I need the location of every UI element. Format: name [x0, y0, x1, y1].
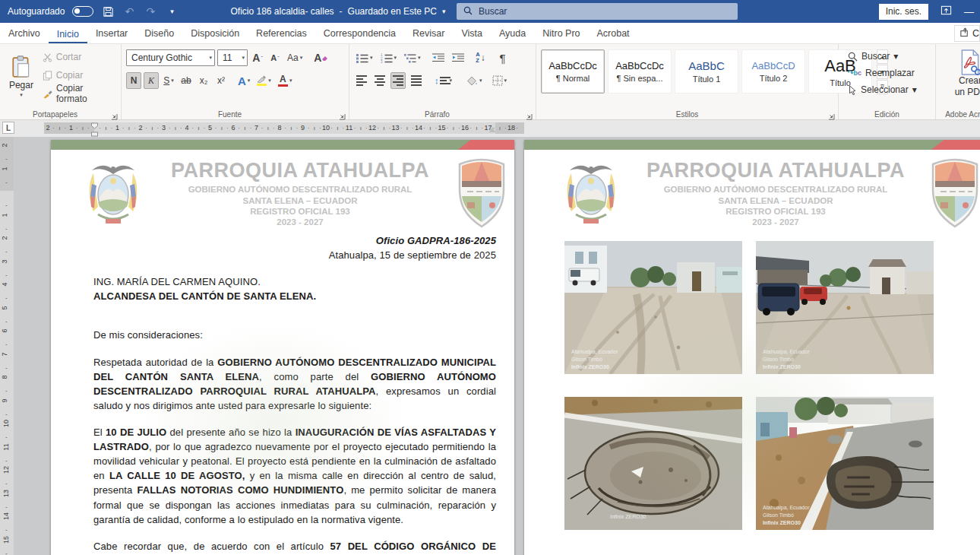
page1-body[interactable]: Oficio GADPRA-186-2025Atahualpa, 15 de s… [93, 233, 496, 555]
bullets-button[interactable]: ▾ [354, 49, 375, 66]
clear-formatting-button[interactable]: A [311, 49, 330, 66]
strikethrough-button[interactable]: ab [179, 72, 194, 89]
font-color-button[interactable]: A▾ [276, 72, 295, 89]
increase-indent-button[interactable] [450, 49, 466, 66]
underline-button[interactable]: S▾ [161, 72, 176, 89]
ruler-mark: ı [82, 123, 84, 133]
photo-street-truck: Atahualpa, Ecuador Gilson Timbó Infinix … [564, 241, 742, 374]
ruler-mark: ı [476, 123, 477, 133]
style-card-título-1[interactable]: AaBbCTítulo 1 [675, 49, 738, 94]
ribbon-tab-vista[interactable]: Vista [453, 24, 491, 43]
styles-dialog-launcher[interactable] [828, 109, 836, 117]
line-spacing-button[interactable]: ↕▾ [432, 72, 454, 89]
grow-font-button[interactable]: Aˆ [250, 49, 265, 66]
bold-button[interactable]: N [126, 72, 141, 89]
subscript-button[interactable]: x₂ [196, 72, 211, 89]
paragraph-group: ▾ 123▾ ▾ AZ↓ ¶ ↕▾ [349, 44, 536, 119]
ribbon-tab-acrobat[interactable]: Acrobat [589, 24, 638, 43]
decrease-indent-button[interactable] [430, 49, 447, 66]
ribbon-tab-nitro-pro[interactable]: Nitro Pro [534, 24, 588, 43]
parish-crest [457, 158, 507, 228]
parish-crest [930, 158, 980, 228]
document-canvas[interactable]: 2‐1‐‐1‐2‐3‐4‐5‐6‐7‐8‐9‐10‐11‐12‐13‐14‐15… [0, 137, 980, 555]
format-painter-button[interactable]: Copiar formato [40, 84, 116, 103]
find-button[interactable]: Buscar▾ [848, 48, 931, 65]
change-case-button[interactable]: Aa▾ [285, 49, 305, 66]
ruler-mark: ı [105, 123, 106, 133]
ribbon-tab-disposición[interactable]: Disposición [182, 24, 248, 43]
ribbon-tab-inicio[interactable]: Inicio [49, 25, 87, 44]
search-box[interactable]: Buscar [457, 3, 738, 20]
paste-button[interactable]: Pegar ▾ [5, 48, 38, 106]
redo-icon[interactable]: ↷ [144, 4, 157, 19]
paragraph: El 10 DE JULIO del presente año se hizo … [93, 425, 496, 527]
ribbon-tab-referencias[interactable]: Referencias [248, 24, 315, 43]
sort-button[interactable]: AZ↓ [473, 49, 488, 66]
create-pdf-button[interactable]: Crear un PDF [940, 48, 980, 100]
share-button[interactable]: Compartir [954, 25, 980, 42]
qat-customize-icon[interactable]: ▾ [165, 4, 179, 19]
paragraph: De mis consideraciones: [93, 328, 496, 342]
ribbon-display-options-icon[interactable] [940, 5, 952, 18]
paste-dropdown-icon[interactable]: ▾ [20, 92, 23, 98]
font-name-combo[interactable]: Century Gothic▾ [126, 49, 215, 66]
svg-text:Gilson Timbó: Gilson Timbó [763, 512, 794, 518]
replace-button[interactable]: ↷bc Reemplazar [848, 65, 931, 81]
blank-line [93, 343, 496, 355]
multilevel-list-button[interactable]: ▾ [402, 49, 423, 66]
cut-button[interactable]: Cortar [40, 48, 116, 66]
copy-icon [43, 71, 52, 81]
ribbon-tab-revisar[interactable]: Revisar [404, 24, 453, 43]
align-center-button[interactable] [372, 72, 387, 89]
ribbon-tab-correspondencia[interactable]: Correspondencia [315, 24, 404, 43]
align-left-button[interactable] [354, 72, 369, 89]
font-dialog-launcher[interactable] [339, 109, 346, 117]
ruler-mark: 1 [69, 123, 73, 133]
style-card-título-2[interactable]: AaBbCcDTítulo 2 [741, 49, 805, 94]
horizontal-ruler[interactable]: 2·ı·1·ı··ı·1·ı·2·ı·3·ı·4·ı·5·ı·6·ı·7·ı·8… [44, 122, 524, 134]
style-card-sin-espa[interactable]: AaBbCcDc¶ Sin espa... [608, 49, 672, 94]
justify-button[interactable] [409, 72, 424, 89]
svg-text:Atahualpa, Ecuador: Atahualpa, Ecuador [763, 349, 810, 355]
highlight-button[interactable]: ▾ [254, 72, 273, 89]
shrink-font-button[interactable]: Aˇ [267, 49, 283, 66]
ruler-mark: · [157, 123, 160, 133]
page-1[interactable]: PARROQUIA ATAHUALPA GOBIERNO AUTÓNOMO DE… [51, 140, 514, 555]
vertical-ruler[interactable]: 2‐1‐‐1‐2‐3‐4‐5‐6‐7‐8‐9‐10‐11‐12‐13‐14‐15… [0, 137, 14, 555]
ruler-mark: · [435, 123, 438, 133]
undo-icon[interactable]: ↶ [122, 4, 136, 19]
ruler-mark: 3 [1, 259, 8, 263]
ribbon-tab-diseño[interactable]: Diseño [136, 24, 182, 43]
italic-button[interactable]: K [144, 72, 159, 89]
document-title[interactable]: Oficio 186 alcaldia- calles - Guardado e… [228, 6, 448, 17]
ribbon-tab-ayuda[interactable]: Ayuda [491, 24, 534, 43]
text-effects-button[interactable]: A▾ [236, 72, 252, 89]
page-2[interactable]: PARROQUIA ATAHUALPA GOBIERNO AUTÓNOMO DE… [524, 140, 980, 555]
numbering-button[interactable]: 123▾ [378, 49, 400, 66]
tab-selector[interactable]: L [2, 122, 14, 134]
superscript-button[interactable]: x² [213, 72, 229, 89]
font-size-combo[interactable]: 11▾ [217, 49, 248, 66]
ribbon-tab-insertar[interactable]: Insertar [87, 24, 136, 43]
ruler-mark: · [226, 123, 229, 133]
paste-icon [11, 56, 31, 78]
ruler-mark: 1 [1, 213, 8, 217]
sign-in-button[interactable]: Inic. ses. [879, 4, 928, 20]
editing-group-label: Edición [839, 110, 935, 119]
ribbon-tab-archivo[interactable]: Archivo [0, 24, 49, 43]
borders-button[interactable]: ▾ [490, 72, 510, 89]
align-right-button[interactable] [390, 72, 406, 89]
autosave-toggle[interactable] [72, 6, 93, 17]
ruler-mark: 6 [1, 328, 8, 332]
style-card-normal[interactable]: AaBbCcDc¶ Normal [541, 49, 605, 94]
paragraph-dialog-launcher[interactable] [526, 109, 533, 117]
shading-button[interactable]: ▾ [464, 72, 485, 89]
select-button[interactable]: Seleccionar▾ [848, 81, 931, 98]
show-marks-button[interactable]: ¶ [495, 49, 511, 66]
copy-button[interactable]: Copiar [40, 66, 116, 84]
minimize-icon[interactable]: — [964, 6, 974, 17]
ruler-mark: 2 [1, 236, 8, 239]
save-icon[interactable] [101, 4, 115, 19]
clipboard-dialog-launcher[interactable] [111, 109, 119, 117]
scissors-icon [43, 52, 52, 62]
